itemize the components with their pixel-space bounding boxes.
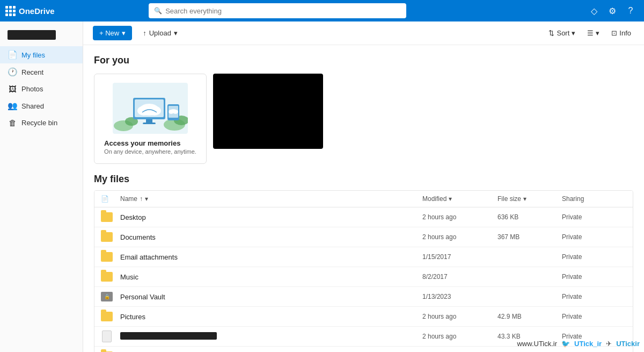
file-size: 636 KB	[497, 213, 562, 221]
row-icon	[101, 271, 113, 283]
app-logo: OneDrive	[5, 6, 55, 16]
col-modified-label: Modified	[422, 195, 447, 203]
upload-chevron-icon: ▾	[174, 29, 178, 37]
sidebar-item-recent[interactable]: 🕐 Recent	[0, 63, 83, 81]
file-size: 42.9 MB	[497, 313, 562, 320]
file-sharing: Private	[562, 333, 626, 340]
sort-label: Sort	[557, 29, 569, 37]
new-button[interactable]: + New ▾	[93, 26, 132, 40]
file-sharing: Private	[562, 273, 626, 281]
folder-icon	[101, 312, 113, 321]
file-modified: 2 hours ago	[422, 313, 497, 320]
files-table-header: 📄 Name ↑ ▾ Modified ▾ File size ▾	[94, 191, 633, 207]
folder-icon	[101, 212, 113, 222]
sidebar: 📄 My files 🕐 Recent 🖼 Photos 👥 Shared 🗑 …	[0, 21, 83, 352]
file-name: Email attachments	[120, 253, 422, 261]
settings-button[interactable]: ⚙	[604, 3, 620, 19]
col-sharing-label: Sharing	[562, 195, 584, 203]
search-bar[interactable]: 🔍	[149, 3, 406, 18]
recent-icon: 🕐	[8, 67, 17, 77]
my-files-section: My files 📄 Name ↑ ▾ Modified ▾	[83, 168, 644, 352]
content-area: + New ▾ ↑ Upload ▾ ⇅ Sort ▾ ☰ ▾ ⊡	[83, 21, 644, 352]
topbar: OneDrive 🔍 ◇ ⚙ ?	[0, 0, 644, 21]
table-row[interactable]: 2 hours ago 43.3 KB Private	[94, 327, 633, 347]
table-row[interactable]: Music 8/2/2017 Private	[94, 267, 633, 287]
info-button[interactable]: ⊡ Info	[608, 27, 634, 39]
memories-card[interactable]: Access your memories On any device, anyw…	[94, 74, 207, 164]
document-icon	[102, 331, 112, 342]
sort-button[interactable]: ⇅ Sort ▾	[545, 27, 579, 39]
for-you-title: For you	[94, 55, 633, 66]
view-chevron-icon: ▾	[596, 29, 599, 37]
file-size: 367 MB	[497, 233, 562, 241]
for-you-section: For you	[83, 45, 644, 168]
sidebar-item-label: My files	[21, 51, 45, 59]
table-row[interactable]: Desktop 2 hours ago 636 KB Private	[94, 207, 633, 227]
sort-asc-icon: ↑	[140, 195, 143, 203]
folder-icon	[101, 272, 113, 282]
file-name: Pictures	[120, 313, 422, 321]
info-label: Info	[619, 29, 631, 37]
recycle-bin-icon: 🗑	[8, 118, 17, 127]
toolbar: + New ▾ ↑ Upload ▾ ⇅ Sort ▾ ☰ ▾ ⊡	[83, 21, 644, 45]
col-size-label: File size	[497, 195, 521, 203]
col-name-header[interactable]: Name ↑ ▾	[120, 195, 422, 203]
topbar-actions: ◇ ⚙ ?	[586, 3, 639, 19]
modified-chevron: ▾	[449, 195, 452, 203]
row-icon	[101, 251, 113, 263]
file-modified: 2 hours ago	[422, 213, 497, 221]
row-icon: 🔒	[101, 291, 113, 303]
file-icon-header: 📄	[101, 195, 109, 203]
for-you-cards: Access your memories On any device, anyw…	[94, 74, 633, 164]
col-sharing-header: Sharing	[562, 195, 626, 203]
search-icon: 🔍	[154, 7, 162, 15]
sidebar-item-photos[interactable]: 🖼 Photos	[0, 81, 83, 97]
sidebar-item-recycle-bin[interactable]: 🗑 Recycle bin	[0, 114, 83, 131]
search-input[interactable]	[165, 7, 401, 15]
row-icon	[101, 311, 113, 322]
toolbar-right: ⇅ Sort ▾ ☰ ▾ ⊡ Info	[545, 27, 634, 39]
row-icon	[101, 331, 113, 342]
svg-rect-11	[143, 123, 156, 124]
card-illustration	[113, 83, 188, 134]
col-size-header[interactable]: File size ▾	[497, 195, 562, 203]
table-row[interactable]: Email attachments 1/15/2017 Private	[94, 247, 633, 267]
table-row[interactable]: Documents 2 hours ago 367 MB Private	[94, 227, 633, 247]
view-button[interactable]: ☰ ▾	[584, 27, 603, 39]
user-name-bar	[8, 30, 56, 40]
table-row[interactable]: 🔒 Personal Vault 1/13/2023 Private	[94, 287, 633, 307]
upload-button[interactable]: ↑ Upload ▾	[136, 26, 184, 40]
row-icon	[101, 211, 113, 223]
grid-icon	[5, 6, 16, 16]
redacted-name	[120, 332, 217, 340]
sidebar-item-label: Recent	[21, 68, 43, 76]
sidebar-item-my-files[interactable]: 📄 My files	[0, 46, 83, 63]
col-modified-header[interactable]: Modified ▾	[422, 195, 497, 203]
size-chevron: ▾	[523, 195, 526, 203]
table-row[interactable]: Pictures 2 hours ago 42.9 MB Private	[94, 307, 633, 327]
upload-label: Upload	[149, 29, 171, 37]
table-row[interactable]: REVIEW FILE.rar About an hour ago 2.95 G…	[94, 347, 633, 352]
black-card[interactable]	[213, 74, 323, 149]
help-button[interactable]: ?	[623, 3, 639, 19]
card-text: Access your memories On any device, anyw…	[104, 139, 196, 155]
file-sharing: Private	[562, 313, 626, 320]
file-modified: 8/2/2017	[422, 273, 497, 281]
row-icon	[101, 231, 113, 243]
new-chevron-icon: ▾	[122, 29, 126, 37]
sidebar-item-shared[interactable]: 👥 Shared	[0, 97, 83, 114]
file-name: Personal Vault	[120, 293, 422, 301]
file-modified: 2 hours ago	[422, 333, 497, 340]
file-sharing: Private	[562, 213, 626, 221]
file-modified: 1/13/2023	[422, 293, 497, 300]
my-files-icon: 📄	[8, 50, 17, 60]
app-title: OneDrive	[19, 6, 55, 16]
main-layout: 📄 My files 🕐 Recent 🖼 Photos 👥 Shared 🗑 …	[0, 21, 644, 352]
sort-chevron-icon: ▾	[572, 29, 575, 37]
view-icon: ☰	[587, 29, 594, 37]
col-icon: 📄	[101, 195, 120, 203]
rewards-button[interactable]: ◇	[586, 3, 602, 19]
file-modified: 2 hours ago	[422, 233, 497, 241]
file-modified: 1/15/2017	[422, 253, 497, 261]
svg-point-16	[173, 110, 178, 114]
